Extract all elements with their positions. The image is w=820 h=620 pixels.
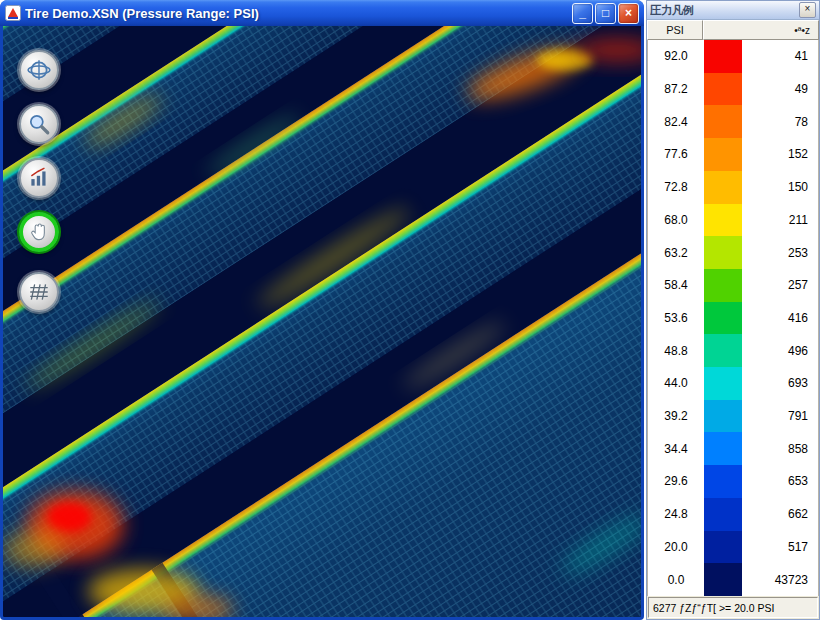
- legend-row: 58.4257: [648, 269, 818, 302]
- hand-icon: [27, 220, 51, 244]
- pan-tool-button[interactable]: [19, 212, 59, 252]
- legend-value: 34.4: [648, 432, 704, 465]
- legend-count: 41: [742, 40, 818, 73]
- legend-color-swatch: [704, 236, 742, 269]
- legend-count: 257: [742, 269, 818, 302]
- magnifier-icon: [27, 112, 51, 136]
- legend-row: 24.8662: [648, 498, 818, 531]
- legend-close-button[interactable]: ×: [799, 2, 816, 18]
- legend-value: 0.0: [648, 563, 704, 596]
- legend-row: 72.8150: [648, 171, 818, 204]
- legend-count: 496: [742, 334, 818, 367]
- legend-color-swatch: [704, 73, 742, 106]
- legend-row: 92.041: [648, 40, 818, 73]
- maximize-button[interactable]: □: [595, 3, 616, 24]
- zoom-tool-button[interactable]: [19, 104, 59, 144]
- legend-window: 圧力凡例 × PSI •ª•z 92.04187.24982.47877.615…: [646, 0, 820, 620]
- window-controls: _ □ ×: [572, 3, 639, 24]
- legend-value: 58.4: [648, 269, 704, 302]
- chart-icon: [27, 166, 51, 190]
- legend-value: 39.2: [648, 400, 704, 433]
- legend-header: PSI •ª•z: [647, 20, 819, 40]
- legend-value: 48.8: [648, 334, 704, 367]
- 3d-pressure-view[interactable]: [3, 26, 641, 617]
- legend-rows: 92.04187.24982.47877.615272.815068.02116…: [647, 40, 819, 596]
- legend-value: 29.6: [648, 465, 704, 498]
- legend-value: 92.0: [648, 40, 704, 73]
- legend-count: 791: [742, 400, 818, 433]
- legend-color-swatch: [704, 40, 742, 73]
- legend-status-bar: 6277 ƒZƒ“ƒT[ >= 20.0 PSI: [648, 597, 818, 618]
- legend-header-unit[interactable]: PSI: [647, 20, 703, 40]
- legend-color-swatch: [704, 138, 742, 171]
- mesh-tool-button[interactable]: [19, 272, 59, 312]
- legend-row: 82.478: [648, 105, 818, 138]
- chart-tool-button[interactable]: [19, 158, 59, 198]
- legend-row: 63.2253: [648, 236, 818, 269]
- legend-row: 87.249: [648, 73, 818, 106]
- legend-count: 517: [742, 531, 818, 564]
- legend-color-swatch: [704, 171, 742, 204]
- legend-color-swatch: [704, 204, 742, 237]
- legend-row: 77.6152: [648, 138, 818, 171]
- legend-row: 39.2791: [648, 400, 818, 433]
- legend-value: 68.0: [648, 204, 704, 237]
- legend-color-swatch: [704, 432, 742, 465]
- legend-count: 416: [742, 302, 818, 335]
- legend-color-swatch: [704, 465, 742, 498]
- legend-row: 0.043723: [648, 563, 818, 596]
- legend-count: 253: [742, 236, 818, 269]
- legend-value: 24.8: [648, 498, 704, 531]
- close-button[interactable]: ×: [618, 3, 639, 24]
- legend-color-swatch: [704, 269, 742, 302]
- legend-row: 48.8496: [648, 334, 818, 367]
- window-title: Tire Demo.XSN (Pressure Range: PSI): [25, 6, 568, 21]
- minimize-button[interactable]: _: [572, 3, 593, 24]
- legend-value: 44.0: [648, 367, 704, 400]
- legend-value: 53.6: [648, 302, 704, 335]
- legend-row: 29.6653: [648, 465, 818, 498]
- legend-count: 858: [742, 432, 818, 465]
- legend-row: 34.4858: [648, 432, 818, 465]
- legend-count: 78: [742, 105, 818, 138]
- legend-count: 653: [742, 465, 818, 498]
- titlebar[interactable]: Tire Demo.XSN (Pressure Range: PSI) _ □ …: [0, 0, 644, 26]
- legend-value: 87.2: [648, 73, 704, 106]
- legend-value: 77.6: [648, 138, 704, 171]
- legend-value: 82.4: [648, 105, 704, 138]
- legend-row: 53.6416: [648, 302, 818, 335]
- legend-status-text: 6277 ƒZƒ“ƒT[ >= 20.0 PSI: [653, 602, 774, 614]
- window-icon: [5, 5, 21, 21]
- legend-value: 63.2: [648, 236, 704, 269]
- legend-row: 20.0517: [648, 531, 818, 564]
- legend-count: 152: [742, 138, 818, 171]
- legend-row: 68.0211: [648, 204, 818, 237]
- legend-value: 72.8: [648, 171, 704, 204]
- legend-row: 44.0693: [648, 367, 818, 400]
- legend-count: 693: [742, 367, 818, 400]
- legend-value: 20.0: [648, 531, 704, 564]
- legend-count: 150: [742, 171, 818, 204]
- legend-color-swatch: [704, 563, 742, 596]
- legend-count: 43723: [742, 563, 818, 596]
- legend-color-swatch: [704, 105, 742, 138]
- orbit-icon: [27, 58, 51, 82]
- tread-pressure-scene: [3, 26, 641, 617]
- legend-title: 圧力凡例: [650, 3, 796, 18]
- legend-color-swatch: [704, 400, 742, 433]
- legend-color-swatch: [704, 302, 742, 335]
- legend-count: 662: [742, 498, 818, 531]
- legend-header-distribution[interactable]: •ª•z: [703, 20, 819, 40]
- legend-color-swatch: [704, 334, 742, 367]
- orbit-tool-button[interactable]: [19, 50, 59, 90]
- legend-count: 211: [742, 204, 818, 237]
- legend-count: 49: [742, 73, 818, 106]
- main-window: Tire Demo.XSN (Pressure Range: PSI) _ □ …: [0, 0, 644, 620]
- legend-color-swatch: [704, 498, 742, 531]
- legend-color-swatch: [704, 531, 742, 564]
- legend-titlebar[interactable]: 圧力凡例 ×: [647, 1, 819, 20]
- legend-color-swatch: [704, 367, 742, 400]
- mesh-icon: [27, 280, 51, 304]
